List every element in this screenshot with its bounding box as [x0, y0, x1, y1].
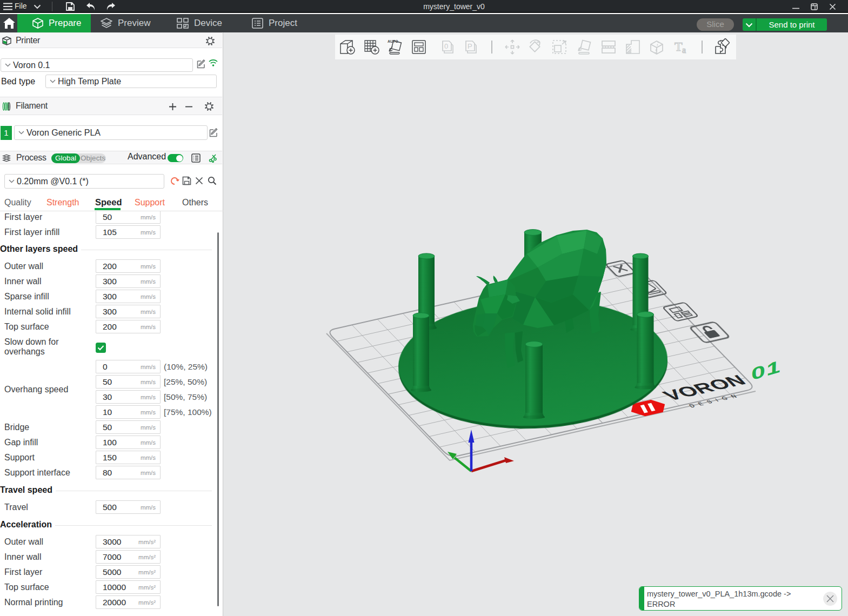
svg-text:01: 01 [749, 357, 784, 383]
svg-text:VORON: VORON [659, 372, 750, 404]
